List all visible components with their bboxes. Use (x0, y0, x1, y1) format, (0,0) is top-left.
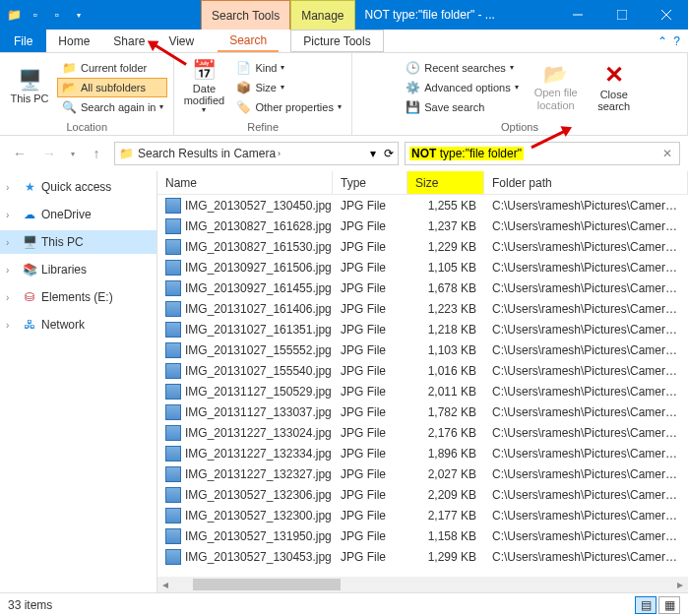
file-name: IMG_20131127_133037.jpg (185, 405, 332, 419)
file-row[interactable]: IMG_20131227_133024.jpg JPG File 2,176 K… (157, 422, 688, 443)
file-name: IMG_20130927_161455.jpg (185, 281, 332, 295)
file-row[interactable]: IMG_20130527_132300.jpg JPG File 2,177 K… (157, 505, 688, 525)
help-icon[interactable]: ? (673, 34, 680, 48)
file-row[interactable]: IMG_20131227_132334.jpg JPG File 1,896 K… (157, 443, 688, 463)
image-file-icon (165, 466, 181, 482)
nav-forward-button[interactable]: → (37, 142, 61, 165)
kind-button[interactable]: 📄Kind▾ (231, 58, 344, 78)
column-name[interactable]: Name (157, 171, 333, 194)
file-row[interactable]: IMG_20130527_130453.jpg JPG File 1,299 K… (157, 546, 688, 567)
home-tab[interactable]: Home (46, 30, 101, 52)
nav-item[interactable]: › ☁ OneDrive (0, 203, 156, 226)
file-path: C:\Users\ramesh\Pictures\Camera\2 (484, 447, 688, 461)
search-tab[interactable]: Search (218, 30, 279, 52)
nav-up-button[interactable]: ↑ (85, 142, 108, 165)
file-size: 1,782 KB (407, 405, 484, 419)
current-folder-button[interactable]: 📁Current folder (57, 58, 167, 78)
save-search-button[interactable]: 💾Save search (401, 97, 522, 117)
scroll-thumb[interactable] (193, 579, 341, 590)
file-type: JPG File (333, 550, 407, 564)
date-modified-button[interactable]: 📅 Date modified ▾ (180, 56, 227, 119)
column-size[interactable]: Size (407, 171, 484, 194)
refresh-icon[interactable]: ⟳ (384, 147, 394, 160)
column-folder-path[interactable]: Folder path (484, 171, 688, 194)
share-tab[interactable]: Share (101, 30, 156, 52)
window-title: NOT type:"file folder" - ... (365, 8, 495, 22)
file-row[interactable]: IMG_20131027_161351.jpg JPG File 1,218 K… (157, 319, 688, 339)
file-row[interactable]: IMG_20130527_131950.jpg JPG File 1,158 K… (157, 525, 688, 546)
image-file-icon (165, 528, 181, 544)
column-type[interactable]: Type (333, 171, 407, 194)
qat-new-icon[interactable]: ▫ (28, 7, 43, 23)
open-file-location-button[interactable]: 📂 Open file location (527, 56, 586, 119)
qat-dropdown-icon[interactable]: ▾ (71, 7, 87, 23)
file-row[interactable]: IMG_20131127_133037.jpg JPG File 1,782 K… (157, 401, 688, 422)
close-window-button[interactable] (644, 0, 688, 30)
chevron-down-icon: ▾ (159, 102, 163, 111)
this-pc-button[interactable]: 🖥️ This PC (6, 56, 53, 119)
file-row[interactable]: IMG_20130927_161506.jpg JPG File 1,105 K… (157, 257, 688, 277)
search-box[interactable]: NOT type:"file folder" ✕ (405, 142, 680, 165)
file-row[interactable]: IMG_20130527_132306.jpg JPG File 2,209 K… (157, 484, 688, 505)
chevron-down-icon: ▾ (281, 83, 284, 92)
context-tab-search-tools[interactable]: Search Tools (201, 0, 290, 30)
file-path: C:\Users\ramesh\Pictures\Camera\2 (484, 405, 688, 419)
file-row[interactable]: IMG_20130527_130450.jpg JPG File 1,255 K… (157, 195, 688, 216)
qat-props-icon[interactable]: ▫ (49, 7, 65, 23)
view-tab[interactable]: View (156, 30, 206, 52)
picture-tools-tab[interactable]: Picture Tools (290, 30, 383, 52)
size-button[interactable]: 📦Size▾ (231, 78, 344, 97)
nav-item[interactable]: › 🖧 Network (0, 313, 156, 337)
breadcrumb[interactable]: Search Results in Camera › (138, 147, 281, 160)
address-row: ← → ▾ ↑ 📁 Search Results in Camera › ▾ ⟳… (0, 136, 688, 171)
image-file-icon (165, 198, 181, 214)
close-search-button[interactable]: ✕ Close search (590, 56, 639, 119)
maximize-button[interactable] (599, 0, 644, 30)
image-file-icon (165, 549, 181, 565)
file-row[interactable]: IMG_20130827_161530.jpg JPG File 1,229 K… (157, 236, 688, 257)
chevron-right-icon: › (278, 149, 281, 158)
quick-access-toolbar: 📁 ▫ ▫ ▾ (0, 7, 93, 23)
file-row[interactable]: IMG_20131127_150529.jpg JPG File 2,011 K… (157, 381, 688, 401)
file-size: 2,176 KB (407, 426, 484, 440)
icons-view-button[interactable]: ▦ (658, 596, 680, 614)
nav-item[interactable]: › ★ Quick access (0, 175, 156, 199)
file-row[interactable]: IMG_20131227_132327.jpg JPG File 2,027 K… (157, 463, 688, 484)
nav-item[interactable]: › 🖥️ This PC (0, 230, 156, 254)
address-bar[interactable]: 📁 Search Results in Camera › ▾ ⟳ (114, 142, 399, 165)
file-row[interactable]: IMG_20131027_155540.jpg JPG File 1,016 K… (157, 360, 688, 381)
details-view-button[interactable]: ▤ (635, 596, 657, 614)
image-file-icon (165, 363, 181, 379)
nav-item[interactable]: › ⛁ Elements (E:) (0, 285, 156, 309)
file-type: JPG File (333, 529, 407, 543)
search-again-button[interactable]: 🔍Search again in▾ (57, 97, 167, 117)
file-type: JPG File (333, 405, 407, 419)
other-properties-button[interactable]: 🏷️Other properties▾ (231, 97, 344, 117)
status-bar: 33 items ▤ ▦ (0, 592, 688, 616)
nav-item[interactable]: › 📚 Libraries (0, 258, 156, 281)
file-row[interactable]: IMG_20131027_161406.jpg JPG File 1,223 K… (157, 298, 688, 319)
file-row[interactable]: IMG_20131027_155552.jpg JPG File 1,103 K… (157, 339, 688, 360)
recent-searches-button[interactable]: 🕒Recent searches▾ (401, 58, 522, 78)
folder-icon: 📁 (61, 60, 77, 76)
clear-search-icon[interactable]: ✕ (659, 147, 675, 160)
nav-history-button[interactable]: ▾ (67, 142, 79, 165)
file-type: JPG File (333, 199, 407, 213)
file-rows[interactable]: IMG_20130527_130450.jpg JPG File 1,255 K… (157, 195, 688, 577)
minimize-button[interactable] (555, 0, 599, 30)
file-type: JPG File (333, 240, 407, 254)
file-tab[interactable]: File (0, 30, 46, 52)
file-row[interactable]: IMG_20130827_161628.jpg JPG File 1,237 K… (157, 216, 688, 236)
dropdown-icon[interactable]: ▾ (370, 147, 376, 160)
nav-item-label: This PC (41, 235, 84, 249)
nav-back-button[interactable]: ← (8, 142, 31, 165)
image-file-icon (165, 218, 181, 234)
group-label: Options (501, 121, 538, 133)
all-subfolders-button[interactable]: 📂All subfolders (57, 78, 167, 97)
navigation-pane: › ★ Quick access› ☁ OneDrive› 🖥️ This PC… (0, 171, 157, 592)
advanced-options-button[interactable]: ⚙️Advanced options▾ (401, 78, 522, 97)
horizontal-scrollbar[interactable]: ◂ ▸ (157, 577, 688, 592)
context-tab-manage[interactable]: Manage (290, 0, 354, 30)
ribbon-collapse-icon[interactable]: ⌃ (657, 34, 667, 48)
file-row[interactable]: IMG_20130927_161455.jpg JPG File 1,678 K… (157, 277, 688, 298)
